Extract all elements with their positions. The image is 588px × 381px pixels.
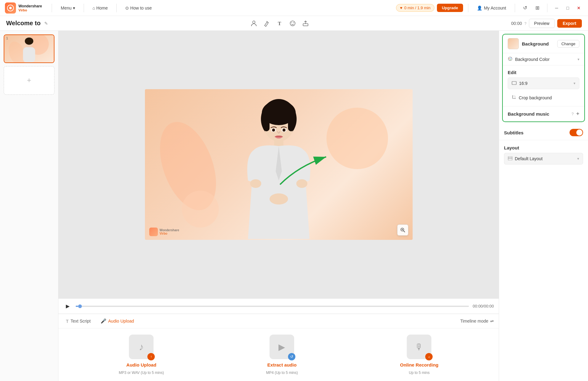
text-tool-button[interactable]: T — [274, 18, 285, 29]
background-header: Background Change — [503, 34, 584, 53]
grid-button[interactable]: ⊞ — [532, 3, 542, 13]
change-background-button[interactable]: Change — [557, 40, 579, 48]
layout-section: Layout Default Layout ▾ — [499, 140, 588, 169]
audio-upload-title: Audio Upload — [126, 362, 157, 367]
logo-area: Wondershare Virbo — [5, 2, 42, 14]
refresh-badge: ↺ — [288, 353, 295, 360]
aspect-ratio-icon — [512, 81, 517, 86]
svg-point-6 — [290, 21, 295, 26]
how-to-use-button[interactable]: ⊙ How to use — [122, 4, 155, 12]
online-recording-card[interactable]: 🎙 ♫ Online Recording Up to 5 mins — [400, 335, 438, 375]
green-section: Background Change Background Color ▾ Edi… — [502, 34, 585, 122]
text-script-tab[interactable]: T Text Script — [63, 317, 93, 326]
zoom-button[interactable] — [397, 224, 408, 236]
add-slide-button[interactable]: + — [4, 66, 54, 95]
background-color-row[interactable]: Background Color ▾ — [503, 53, 584, 65]
crop-background-row[interactable]: Crop background — [508, 92, 579, 104]
svg-rect-19 — [263, 113, 270, 131]
extract-audio-title: Extract audio — [267, 362, 297, 367]
account-button[interactable]: 👤 My Account — [473, 4, 510, 12]
toolbar-icons-center: T — [52, 18, 507, 29]
svg-point-25 — [296, 179, 307, 188]
virbo-logo-small — [149, 228, 158, 236]
audio-cards-area: ♪ ↑ Audio Upload MP3 or WAV (Up to 5 min… — [58, 328, 499, 381]
svg-rect-9 — [303, 24, 308, 26]
background-music-label: Background music — [508, 111, 571, 117]
canvas-avatar — [236, 94, 322, 240]
extract-audio-card[interactable]: ▶ ↺ Extract audio MP4 (Up to 5 mins) — [266, 335, 298, 375]
play-button[interactable]: ▶ — [63, 302, 72, 311]
welcome-label: Welcome to — [6, 20, 41, 27]
audio-upload-tab[interactable]: 🎤 Audio Upload — [98, 316, 137, 326]
slide-1-thumb[interactable]: 1 — [4, 34, 54, 63]
color-palette-icon — [508, 56, 513, 62]
music-note-icon: ♪ — [139, 341, 144, 353]
question-circle-icon: ⊙ — [125, 6, 129, 10]
history-button[interactable]: ↺ — [520, 3, 530, 13]
home-button[interactable]: ⌂ Home — [89, 4, 112, 12]
menu-chevron-icon: ▾ — [73, 6, 75, 10]
close-button[interactable]: ✕ — [574, 4, 583, 12]
subtitles-toggle[interactable] — [570, 129, 583, 136]
svg-point-39 — [510, 58, 511, 59]
svg-point-29 — [273, 129, 274, 131]
background-music-row: Background music ? + — [503, 106, 584, 121]
svg-point-32 — [283, 129, 285, 131]
online-recording-title: Online Recording — [400, 362, 438, 367]
preview-button[interactable]: Preview — [529, 19, 555, 28]
brush-tool-button[interactable] — [261, 18, 272, 29]
audio-upload-card[interactable]: ♪ ↑ Audio Upload MP3 or WAV (Up to 5 min… — [119, 335, 164, 375]
toggle-thumb — [576, 129, 582, 136]
maximize-button[interactable]: □ — [563, 4, 572, 12]
timeline-mode-toggle[interactable]: Timeline mode ⇌ — [460, 319, 494, 323]
edit-icon[interactable]: ✎ — [44, 21, 48, 26]
account-icon: 👤 — [477, 6, 482, 10]
svg-point-38 — [509, 58, 510, 59]
add-music-button[interactable]: + — [576, 111, 579, 117]
time-display: 00:00 ? — [511, 21, 526, 26]
progress-track[interactable] — [76, 306, 469, 307]
minimize-button[interactable]: ─ — [552, 4, 561, 12]
upgrade-button[interactable]: Upgrade — [437, 4, 463, 12]
extract-audio-sub: MP4 (Up to 5 mins) — [266, 371, 298, 375]
avatar-tool-button[interactable] — [248, 18, 259, 29]
logo-brand: Wondershare — [18, 4, 42, 8]
svg-point-2 — [9, 7, 12, 9]
time-counter: 00:00/00:00 — [473, 304, 494, 308]
progress-fill — [76, 306, 78, 307]
svg-rect-42 — [508, 157, 512, 160]
ratio-chevron-icon: ▾ — [574, 81, 575, 85]
center-area: Wondershare Virbo ▶ 00:00/00:00 — [58, 31, 499, 381]
edit-section-label: Edit — [503, 65, 584, 77]
svg-line-34 — [403, 231, 405, 232]
subtitles-label: Subtitles — [504, 130, 570, 135]
ratio-select-row[interactable]: 16:9 ▾ — [508, 77, 579, 89]
bg-shape-1 — [326, 108, 388, 169]
bg-shape-3 — [182, 191, 219, 228]
script-tabs: T Text Script 🎤 Audio Upload Timeline mo… — [58, 314, 499, 381]
timeline-mode-icon: ⇌ — [490, 319, 494, 323]
background-label: Background — [522, 41, 554, 46]
upload-tool-button[interactable] — [300, 18, 311, 29]
svg-point-15 — [25, 38, 34, 45]
chevron-down-icon: ▾ — [578, 57, 579, 62]
divider4 — [468, 4, 468, 12]
export-button[interactable]: Export — [557, 19, 582, 28]
sticker-tool-button[interactable] — [287, 18, 298, 29]
timer-badge: ♥ 0 min / 1.9 min — [396, 4, 434, 12]
progress-thumb — [78, 304, 82, 308]
menu-button[interactable]: Menu ▾ — [57, 4, 78, 12]
crop-background-label: Crop background — [519, 95, 576, 100]
online-recording-sub: Up to 5 mins — [409, 371, 430, 375]
svg-point-8 — [293, 22, 294, 23]
layout-chevron-icon: ▾ — [577, 157, 579, 161]
mic-icon: 🎤 — [101, 318, 106, 324]
music-help-icon[interactable]: ? — [571, 112, 574, 116]
audio-upload-icon-wrap: ♪ ↑ — [129, 335, 154, 359]
divider5 — [515, 4, 515, 12]
slide-1-num: 1 — [6, 36, 8, 40]
main-layout: 1 — [0, 31, 588, 381]
layout-select-row[interactable]: Default Layout ▾ — [504, 153, 583, 165]
time-help-icon[interactable]: ? — [524, 22, 526, 26]
virbo-brand-text: Wondershare Virbo — [160, 228, 179, 235]
